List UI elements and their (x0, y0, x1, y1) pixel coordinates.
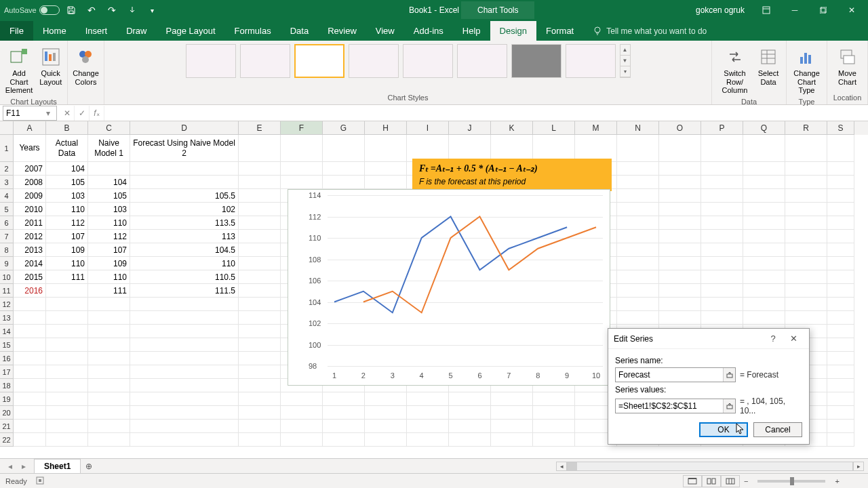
quick-layout-button[interactable]: Quick Layout (37, 45, 64, 87)
cell[interactable] (323, 176, 365, 189)
tab-formulas[interactable]: Formulas (225, 21, 281, 41)
cell[interactable] (14, 420, 46, 433)
cell[interactable] (701, 311, 743, 325)
cell[interactable] (785, 189, 827, 203)
cell[interactable] (617, 243, 659, 257)
cell[interactable] (323, 420, 365, 433)
col-header-R[interactable]: R (785, 121, 827, 135)
cell[interactable]: 102 (130, 203, 239, 216)
close-icon[interactable]: ✕ (840, 0, 864, 20)
row-header[interactable]: 2 (0, 162, 14, 176)
cell[interactable]: 105 (46, 176, 88, 189)
cell[interactable] (46, 379, 88, 392)
cell[interactable] (659, 284, 701, 298)
cell[interactable] (617, 230, 659, 243)
cell[interactable] (785, 311, 827, 325)
ok-button[interactable]: OK (699, 422, 748, 437)
cell[interactable] (701, 243, 743, 257)
zoom-slider[interactable] (757, 480, 825, 483)
cell[interactable]: 109 (46, 243, 88, 257)
cell[interactable] (239, 135, 281, 162)
series-values-input[interactable] (615, 399, 736, 413)
change-chart-type-button[interactable]: Change Chart Type (791, 45, 823, 96)
ribbon-display-options-icon[interactable] (754, 0, 778, 20)
cell[interactable] (827, 311, 854, 325)
cell[interactable] (46, 352, 88, 365)
cell[interactable] (827, 135, 854, 162)
cell[interactable] (827, 270, 854, 284)
cell[interactable] (46, 298, 88, 311)
cell[interactable] (365, 135, 407, 162)
col-header-O[interactable]: O (659, 121, 701, 135)
series-name-input[interactable] (615, 367, 736, 382)
cell[interactable] (323, 392, 365, 406)
cell[interactable] (46, 433, 88, 447)
cell[interactable] (239, 406, 281, 420)
cell[interactable] (14, 311, 46, 325)
cell[interactable] (785, 162, 827, 176)
cell[interactable] (659, 203, 701, 216)
cell[interactable] (827, 352, 854, 365)
add-chart-element-button[interactable]: Add Chart Element (3, 45, 35, 96)
tab-insert[interactable]: Insert (76, 21, 117, 41)
cell[interactable] (239, 284, 281, 298)
cell[interactable] (785, 216, 827, 230)
cell[interactable]: 113 (130, 230, 239, 243)
cell[interactable] (239, 433, 281, 447)
chart-series-line[interactable] (334, 217, 567, 313)
cell[interactable] (88, 298, 130, 311)
cell[interactable] (46, 325, 88, 338)
sheet-nav-prev-icon[interactable]: ◂ (4, 460, 16, 472)
cell[interactable] (491, 420, 533, 433)
cell[interactable] (449, 433, 491, 447)
cell[interactable] (659, 298, 701, 311)
cell[interactable] (365, 162, 407, 176)
cell[interactable]: 105.5 (130, 189, 239, 203)
cell[interactable] (491, 392, 533, 406)
col-header-E[interactable]: E (239, 121, 281, 135)
col-header-M[interactable]: M (575, 121, 617, 135)
cell[interactable] (533, 420, 575, 433)
chart-style-5[interactable] (403, 44, 453, 78)
tab-review[interactable]: Review (318, 21, 366, 41)
row-header[interactable]: 22 (0, 433, 14, 447)
cell[interactable]: 107 (46, 230, 88, 243)
tab-format[interactable]: Format (536, 21, 583, 41)
cell[interactable] (743, 257, 785, 270)
cell[interactable]: 2012 (14, 230, 46, 243)
chart-plot-area[interactable]: 9810010210410610811011211412345678910 (328, 195, 603, 366)
switch-row-column-button[interactable]: Switch Row/ Column (716, 45, 753, 96)
cell[interactable] (46, 284, 88, 298)
cell[interactable] (659, 162, 701, 176)
embedded-chart[interactable]: 9810010210410610811011211412345678910 (288, 189, 610, 386)
chart-style-7[interactable] (511, 44, 561, 78)
cell[interactable] (130, 433, 239, 447)
sheet-tab-sheet1[interactable]: Sheet1 (34, 459, 81, 474)
cell[interactable]: 109 (88, 257, 130, 270)
cell[interactable] (743, 162, 785, 176)
cell[interactable] (239, 420, 281, 433)
cell[interactable] (743, 270, 785, 284)
cell[interactable] (617, 162, 659, 176)
chart-style-4[interactable] (349, 44, 399, 78)
cell[interactable] (617, 203, 659, 216)
chart-style-1[interactable] (186, 44, 236, 78)
cell[interactable] (827, 203, 854, 216)
cell[interactable] (407, 135, 449, 162)
row-header[interactable]: 7 (0, 230, 14, 243)
cell[interactable] (659, 135, 701, 162)
cell[interactable] (407, 392, 449, 406)
cell[interactable] (533, 433, 575, 447)
tab-addins[interactable]: Add-ins (404, 21, 453, 41)
tell-me-search[interactable]: Tell me what you want to do (583, 22, 716, 41)
cell[interactable] (239, 216, 281, 230)
cell[interactable] (449, 406, 491, 420)
cell[interactable] (617, 135, 659, 162)
col-header-N[interactable]: N (617, 121, 659, 135)
cell[interactable] (239, 379, 281, 392)
cell[interactable]: 104.5 (130, 243, 239, 257)
cell[interactable] (239, 352, 281, 365)
cell[interactable] (365, 433, 407, 447)
cell[interactable] (785, 176, 827, 189)
cell[interactable] (281, 392, 323, 406)
